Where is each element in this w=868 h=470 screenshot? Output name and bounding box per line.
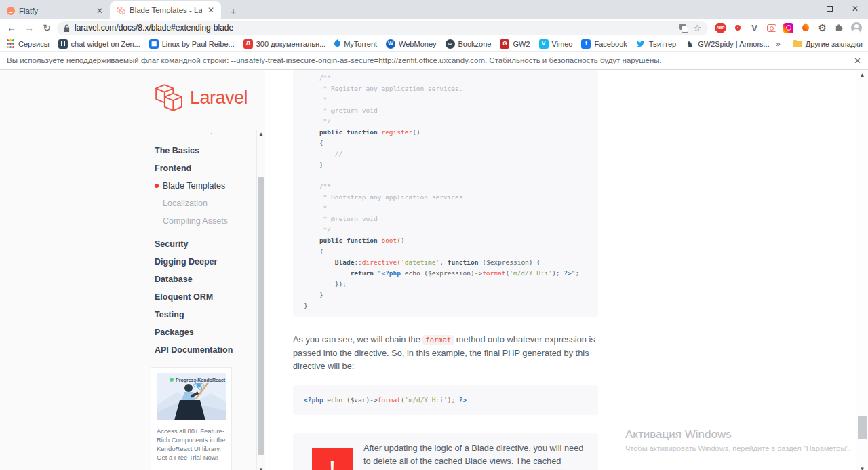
gw2-favicon-icon: G	[500, 39, 509, 49]
sidebar-item-localization[interactable]: Localization	[155, 195, 256, 212]
bookmark-item-twitter[interactable]: Твиттер	[636, 39, 676, 49]
overflow-chevron-icon[interactable]: »	[776, 39, 781, 49]
bookmark-item-gw2[interactable]: GGW2	[500, 39, 530, 49]
bookmark-label: GW2Spidy | Armors...	[698, 40, 770, 48]
code-line: {	[304, 138, 587, 149]
close-button[interactable]: ✕	[842, 0, 868, 18]
back-button[interactable]: ←	[4, 20, 19, 35]
sidebar-item-security[interactable]: Security	[155, 235, 256, 253]
scrollbar-thumb[interactable]	[858, 416, 867, 439]
sidebar-item-api-documentation[interactable]: API Documentation	[155, 341, 256, 359]
sidebar-item-eloquent-orm[interactable]: Eloquent ORM	[155, 288, 256, 306]
gear-extension-icon[interactable]: ⚙	[816, 22, 828, 34]
sidebar-item-blade-templates[interactable]: Blade Templates	[155, 177, 256, 195]
forward-button[interactable]: →	[22, 20, 37, 35]
new-tab-button[interactable]: +	[225, 3, 241, 19]
bookmark-item-services[interactable]: Сервисы	[5, 39, 50, 49]
main-content: /** * Register any application services.…	[293, 70, 598, 470]
translate-icon[interactable]	[679, 24, 688, 33]
tab-flatfy[interactable]: Flatfy ✕	[0, 2, 110, 19]
sidebar-item-frontend[interactable]: Frontend	[155, 159, 256, 177]
extensions-row: ABPV⚙⋮	[715, 22, 868, 34]
maximize-button[interactable]	[816, 0, 842, 18]
code-block-result: <?php echo ($var)->format('m/d/Y H:i'); …	[293, 385, 598, 415]
webmoney-favicon-icon: W	[386, 39, 395, 49]
camera-extension-icon[interactable]	[766, 22, 777, 34]
bookmark-label: chat widget on Zen...	[71, 40, 140, 48]
page-scrollbar[interactable]: ▲ ▼	[856, 70, 868, 470]
tab-title: Blade Templates - Laravel - The P	[130, 6, 202, 14]
sidebar-scrollbar[interactable]: ▲ ▼	[256, 130, 265, 470]
sidebar-item-compiling-assets[interactable]: Compiling Assets	[155, 212, 256, 230]
bookmark-item-gw2spidy[interactable]: ♞GW2Spidy | Armors...	[685, 39, 770, 49]
tab-title: Flatfy	[19, 7, 91, 15]
bookmark-item-webmoney[interactable]: WWebMoney	[386, 39, 436, 49]
tab-close-icon[interactable]: ✕	[206, 5, 216, 15]
laravel-logo[interactable]: Laravel	[155, 83, 248, 113]
flag-close-icon[interactable]: ✕	[854, 56, 861, 66]
scroll-down-icon[interactable]: ▼	[257, 467, 265, 470]
scroll-up-icon[interactable]: ▲	[257, 131, 265, 137]
bookmark-label: Bookzone	[458, 40, 492, 48]
laravel-wordmark: Laravel	[190, 87, 248, 109]
code-line: public function boot()	[304, 235, 587, 246]
url-text: laravel.com/docs/8.x/blade#extending-bla…	[75, 23, 675, 33]
svg-text:Progress KendoReact: Progress KendoReact	[176, 378, 226, 383]
page-viewport: Laravel · The BasicsFrontendBlade Templa…	[0, 70, 868, 470]
bookmark-label: Твиттер	[649, 40, 676, 48]
code-line: }	[304, 300, 587, 311]
other-bookmarks-folder[interactable]: Другие закладки	[793, 40, 863, 48]
services-favicon-icon	[5, 39, 15, 49]
code-line: */	[304, 224, 587, 235]
tab-close-icon[interactable]: ✕	[95, 6, 104, 16]
adblock-extension-icon[interactable]: ABP	[715, 22, 726, 34]
sidebar-item-packages[interactable]: Packages	[155, 324, 256, 341]
code-line: * Register any application services.	[304, 83, 587, 94]
minimize-button[interactable]: –	[791, 0, 816, 18]
profile-avatar-extension-icon[interactable]	[850, 22, 862, 34]
refresh-button[interactable]: ↻	[39, 20, 54, 35]
sidebar-item-testing[interactable]: Testing	[155, 306, 256, 324]
code-line: *	[304, 94, 587, 105]
sidebar-item-the-basics[interactable]: The Basics	[155, 142, 256, 159]
twitter-favicon-icon	[636, 39, 646, 49]
lock-icon	[64, 24, 70, 32]
code-line: *	[304, 203, 587, 214]
flame-extension-icon[interactable]	[800, 22, 811, 34]
code-line: public function register()	[304, 127, 587, 138]
bookmark-item-vimeo[interactable]: VVimeo	[539, 39, 573, 49]
watermark-title: Активация Windows	[625, 428, 850, 442]
sidebar-nav: The BasicsFrontendBlade TemplatesLocaliz…	[155, 142, 256, 359]
bookmark-label: 300 документальн...	[256, 40, 326, 48]
scrollbar-thumb[interactable]	[258, 177, 264, 455]
bookmark-label: Linux by Paul Reibe...	[162, 40, 235, 48]
bookmark-label: WebMoney	[399, 40, 436, 48]
tab-blade-templates[interactable]: Blade Templates - Laravel - The P ✕	[110, 1, 221, 19]
bookmarks-separator	[787, 39, 787, 49]
instagram-extension-icon[interactable]	[783, 22, 794, 34]
folder-icon	[793, 41, 802, 47]
bookmark-item-linux[interactable]: ▦Linux by Paul Reibe...	[149, 39, 235, 49]
window-controls: – ✕	[791, 0, 868, 18]
url-input[interactable]: laravel.com/docs/8.x/blade#extending-bla…	[57, 21, 708, 35]
bookmark-item-facebook[interactable]: fFacebook	[581, 39, 627, 49]
scroll-down-icon[interactable]: ▼	[856, 466, 868, 470]
warning-text: After updating the logic of a Blade dire…	[363, 442, 585, 470]
scroll-up-icon[interactable]: ▲	[856, 72, 868, 78]
bookmark-item-bookzone[interactable]: ∞Bookzone	[446, 39, 492, 49]
vpn-extension-icon[interactable]: V	[749, 22, 760, 34]
opera-extension-icon[interactable]	[732, 22, 743, 34]
code-line: * @return void	[304, 105, 587, 116]
bookmark-item-chat-widget[interactable]: chat widget on Zen...	[58, 39, 140, 49]
ad-image: Progress KendoReact	[157, 373, 226, 420]
sidebar-item-digging-deeper[interactable]: Digging Deeper	[155, 253, 256, 271]
code-line: */	[304, 116, 587, 127]
sidebar-item-database[interactable]: Database	[155, 271, 256, 288]
bookmark-star-icon[interactable]: ☆	[693, 23, 701, 33]
bookmark-item-mytorrent[interactable]: MyTorrent	[334, 40, 377, 48]
warning-callout: ! After updating the logic of a Blade di…	[293, 433, 598, 470]
address-bar: ← → ↻ laravel.com/docs/8.x/blade#extendi…	[0, 19, 868, 37]
carbon-ad[interactable]: Progress KendoReact Access all 80+ Featu…	[151, 367, 232, 470]
extensions-puzzle-extension-icon[interactable]	[833, 22, 845, 34]
bookmark-item-docs-300[interactable]: Л300 документальн...	[243, 39, 326, 49]
